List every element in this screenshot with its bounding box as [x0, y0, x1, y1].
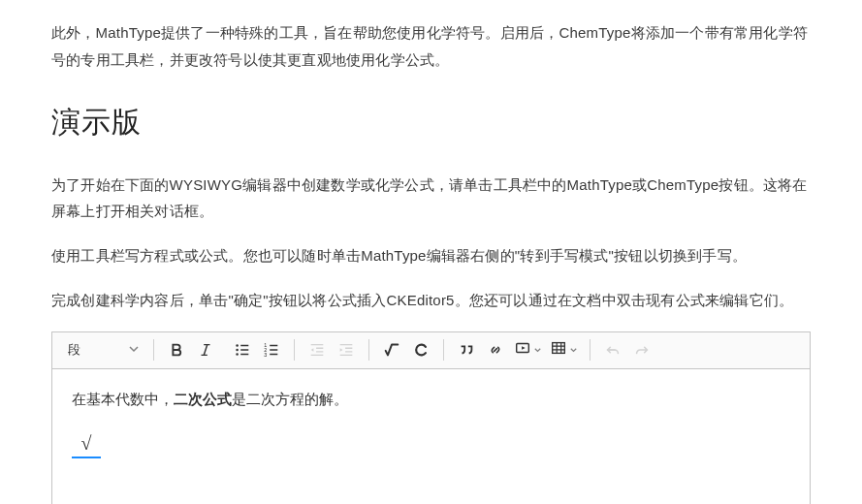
svg-rect-7 [553, 343, 565, 354]
bulleted-list-button[interactable] [228, 335, 257, 364]
svg-point-1 [236, 349, 239, 352]
instructions-p3: 完成创建科学内容后，单击"确定"按钮以将公式插入CKEditor5。您还可以通过… [51, 287, 811, 314]
svg-point-0 [236, 344, 239, 347]
decrease-indent-button[interactable] [303, 335, 332, 364]
svg-text:3: 3 [264, 352, 267, 358]
bold-button[interactable] [162, 335, 191, 364]
instructions-p2: 使用工具栏写方程式或公式。您也可以随时单击MathType编辑器右侧的"转到手写… [51, 242, 811, 269]
link-button[interactable] [481, 335, 510, 364]
chevron-down-icon [128, 343, 140, 358]
square-root-symbol: √ [72, 430, 101, 458]
toolbar-separator [153, 339, 154, 361]
demo-heading: 演示版 [51, 103, 811, 142]
svg-point-2 [236, 353, 239, 356]
toolbar-separator [368, 339, 369, 361]
editor-toolbar: 段 123 [52, 332, 810, 369]
heading-dropdown[interactable]: 段 [58, 335, 149, 364]
block-quote-button[interactable] [452, 335, 481, 364]
italic-button[interactable] [191, 335, 220, 364]
bold-text-run: 二次公式 [174, 391, 232, 407]
chemtype-button[interactable] [406, 335, 435, 364]
intro-paragraph: 此外，MathType提供了一种特殊的工具，旨在帮助您使用化学符号。启用后，Ch… [51, 19, 811, 74]
chevron-down-icon [533, 341, 542, 359]
math-formula-widget[interactable]: √ [72, 430, 790, 458]
media-icon [514, 339, 531, 361]
toolbar-separator [294, 339, 295, 361]
table-icon [550, 339, 567, 361]
numbered-list-button[interactable]: 123 [257, 335, 286, 364]
media-embed-button[interactable] [510, 335, 546, 364]
content-paragraph-1: 在基本代数中，二次公式是二次方程的解。 [72, 387, 790, 412]
undo-button[interactable] [598, 335, 627, 364]
instructions-p1: 为了开始在下面的WYSIWYG编辑器中创建数学或化学公式，请单击工具栏中的Mat… [51, 172, 811, 226]
insert-table-button[interactable] [546, 335, 582, 364]
mathtype-button[interactable] [377, 335, 406, 364]
increase-indent-button[interactable] [332, 335, 361, 364]
redo-button[interactable] [627, 335, 656, 364]
ckeditor-instance: 段 123 [51, 331, 811, 505]
heading-dropdown-label: 段 [68, 341, 80, 359]
chevron-down-icon [569, 341, 578, 359]
toolbar-separator [443, 339, 444, 361]
text-run: 是二次方程的解。 [232, 391, 348, 407]
text-run: 在基本代数中， [72, 391, 174, 407]
editor-content-area[interactable]: 在基本代数中，二次公式是二次方程的解。 √ [52, 369, 810, 505]
toolbar-separator [590, 339, 591, 361]
